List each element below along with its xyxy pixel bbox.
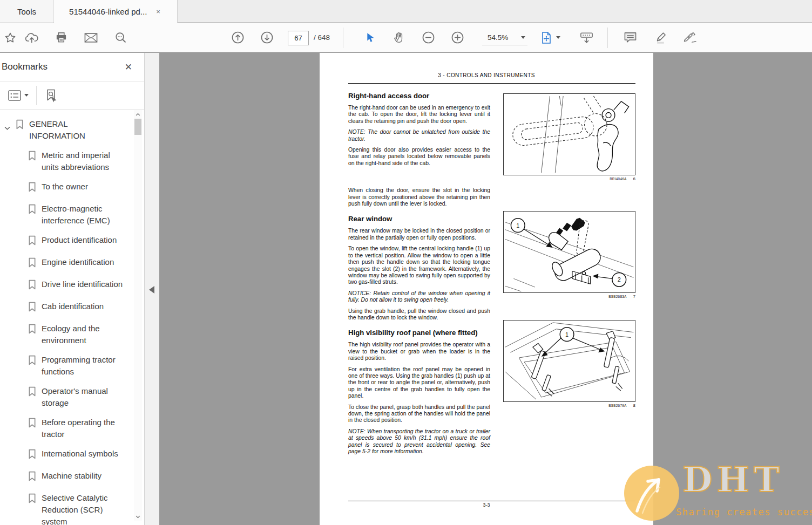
bookmarks-tree: GENERAL INFORMATION Metric and imperial … bbox=[0, 110, 135, 525]
zoom-level-value: 54.5% bbox=[488, 33, 508, 42]
page-text-column: Right-hand access door The right-hand do… bbox=[348, 92, 490, 459]
bookmark-item[interactable]: Electro-magnetic interference (EMC) bbox=[25, 199, 135, 230]
save-to-cloud-icon[interactable] bbox=[22, 28, 42, 47]
bookmark-item[interactable]: Metric and imperial units abbreviations bbox=[25, 146, 135, 177]
bookmark-icon bbox=[28, 493, 37, 507]
figure-image: 1 2 bbox=[503, 211, 635, 293]
zoom-in-icon[interactable] bbox=[448, 28, 467, 47]
tab-document[interactable]: 51544046-linked pd... × bbox=[54, 0, 178, 23]
comment-icon[interactable] bbox=[620, 28, 640, 47]
paragraph: Opening this door also provides easier a… bbox=[348, 147, 490, 167]
section-heading: Right-hand access door bbox=[348, 92, 490, 100]
figure-rear-window: 1 2 BSE2683A 7 bbox=[503, 211, 635, 299]
bookmark-item[interactable]: Engine identification bbox=[25, 253, 135, 275]
paragraph: To open the window, lift the central loc… bbox=[348, 246, 490, 285]
collapse-panel-icon[interactable] bbox=[149, 286, 154, 294]
callout-2: 2 bbox=[618, 276, 621, 283]
notice-paragraph: NOTICE: Retain control of the window whe… bbox=[348, 290, 490, 304]
select-tool-icon[interactable] bbox=[360, 28, 379, 47]
bookmark-label: GENERAL INFORMATION bbox=[29, 118, 121, 142]
bookmark-icon bbox=[28, 355, 37, 369]
search-icon[interactable] bbox=[111, 28, 130, 47]
highlight-icon[interactable] bbox=[651, 28, 670, 47]
page-number-input[interactable] bbox=[288, 31, 309, 45]
paragraph: For extra ventilation the roof panel may… bbox=[348, 366, 490, 400]
document-canvas[interactable]: 3 - CONTROLS AND INSTRUMENTS Right-hand … bbox=[159, 53, 812, 525]
email-icon[interactable] bbox=[81, 28, 100, 47]
bookmark-icon bbox=[28, 182, 37, 195]
bookmark-label: Operator's manual storage bbox=[42, 385, 108, 409]
section-heading: High visibility roof panel (where fitted… bbox=[348, 329, 490, 337]
paragraph: The right-hand door can be used in an em… bbox=[348, 105, 490, 125]
close-panel-icon[interactable]: ✕ bbox=[125, 63, 132, 72]
zoom-level-select[interactable]: 54.5% bbox=[482, 30, 527, 45]
toolbar-divider bbox=[607, 28, 608, 48]
collapse-toolbar-icon[interactable] bbox=[577, 28, 596, 47]
tab-document-label: 51544046-linked pd... bbox=[69, 7, 147, 16]
bookmark-item[interactable]: Drive line identification bbox=[25, 275, 135, 297]
bookmark-item[interactable]: International symbols bbox=[25, 444, 135, 466]
print-icon[interactable] bbox=[51, 28, 71, 47]
bookmarks-title: Bookmarks bbox=[2, 62, 48, 72]
find-current-bookmark-button[interactable] bbox=[40, 86, 63, 105]
toolbar-divider bbox=[343, 28, 343, 48]
bookmark-label: To the owner bbox=[42, 181, 88, 193]
note-paragraph: NOTE: When transporting the tractor on a… bbox=[348, 428, 490, 455]
bookmark-label: Metric and imperial units abbreviations bbox=[42, 149, 110, 173]
bookmarks-scrollbar[interactable] bbox=[134, 110, 142, 521]
figure-number: 8 bbox=[633, 403, 635, 408]
figure-number: 7 bbox=[633, 294, 635, 299]
bookmark-label: Before operating the tractor bbox=[42, 417, 115, 440]
bookmark-icon bbox=[28, 279, 37, 293]
chevron-down-icon[interactable] bbox=[4, 122, 11, 134]
zoom-out-icon[interactable] bbox=[418, 28, 438, 47]
figure-code: BSE2683A bbox=[608, 295, 626, 298]
acrobat-window: Tools 51544046-linked pd... × / 64 bbox=[0, 0, 812, 525]
paragraph: The high visibility roof panel provides … bbox=[348, 342, 490, 362]
scroll-down-icon[interactable] bbox=[134, 513, 142, 521]
section-heading: Rear window bbox=[348, 215, 490, 223]
bookmark-item[interactable]: To the owner bbox=[25, 177, 135, 199]
figure-access-door: BRI4046A 6 bbox=[503, 93, 635, 181]
previous-page-icon[interactable] bbox=[228, 28, 247, 47]
bookmark-item[interactable]: Machine stability bbox=[25, 466, 135, 488]
chevron-down-icon bbox=[24, 94, 29, 97]
hand-tool-icon[interactable] bbox=[389, 28, 408, 47]
page-total-label: / 648 bbox=[314, 23, 330, 52]
favorites-star-icon[interactable] bbox=[1, 28, 20, 47]
bookmark-label: Engine identification bbox=[42, 256, 114, 268]
bookmark-label: International symbols bbox=[42, 448, 118, 460]
bookmark-icon bbox=[28, 235, 37, 249]
paragraph: When closing the door, ensure the slot i… bbox=[348, 187, 490, 207]
tab-tools[interactable]: Tools bbox=[0, 0, 54, 23]
paragraph: To close the panel, grasp both handles a… bbox=[348, 404, 490, 424]
bookmark-item[interactable]: Operator's manual storage bbox=[25, 381, 135, 413]
chevron-down-icon bbox=[521, 36, 525, 39]
bookmark-item[interactable]: Ecology and the environment bbox=[25, 319, 135, 350]
sign-icon[interactable] bbox=[680, 28, 700, 47]
paragraph: The rear window may be locked in the clo… bbox=[348, 228, 490, 241]
bookmarks-panel: Bookmarks ✕ GENERAL INFORMATION Metric a… bbox=[0, 53, 145, 525]
bookmark-item[interactable]: Before operating the tractor bbox=[25, 413, 135, 444]
bookmark-item[interactable]: Product identification bbox=[25, 230, 135, 253]
bookmark-item[interactable]: Selective Catalytic Reduction (SCR) syst… bbox=[25, 488, 135, 525]
figure-number: 6 bbox=[633, 176, 635, 181]
bookmark-icon bbox=[28, 151, 37, 164]
next-page-icon[interactable] bbox=[257, 28, 276, 47]
bookmark-icon bbox=[28, 257, 37, 271]
bookmark-item[interactable]: Cab identification bbox=[25, 297, 135, 319]
bookmark-item[interactable]: GENERAL INFORMATION bbox=[1, 114, 135, 146]
scrollbar-thumb[interactable] bbox=[134, 119, 141, 135]
bookmark-icon bbox=[28, 302, 37, 315]
figure-code: BRI4046A bbox=[610, 177, 626, 181]
close-tab-icon[interactable]: × bbox=[154, 7, 162, 16]
bookmark-item[interactable]: Programming tractor functions bbox=[25, 350, 135, 381]
bookmark-icon bbox=[28, 324, 37, 337]
fit-page-button[interactable] bbox=[540, 31, 560, 44]
bookmark-options-button[interactable] bbox=[3, 87, 33, 104]
tab-bar: Tools 51544046-linked pd... × bbox=[0, 0, 812, 23]
figure-roof-panel: 1 BSE2679A 8 bbox=[503, 320, 635, 408]
bookmark-icon bbox=[16, 119, 24, 133]
scroll-up-icon[interactable] bbox=[134, 110, 142, 118]
bookmark-icon bbox=[28, 204, 37, 217]
